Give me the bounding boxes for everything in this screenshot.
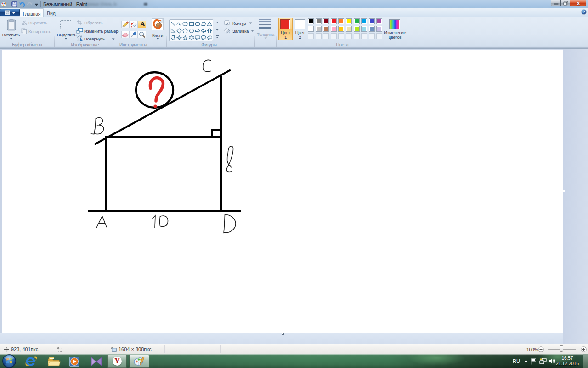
svg-text:?: ? bbox=[582, 10, 585, 14]
